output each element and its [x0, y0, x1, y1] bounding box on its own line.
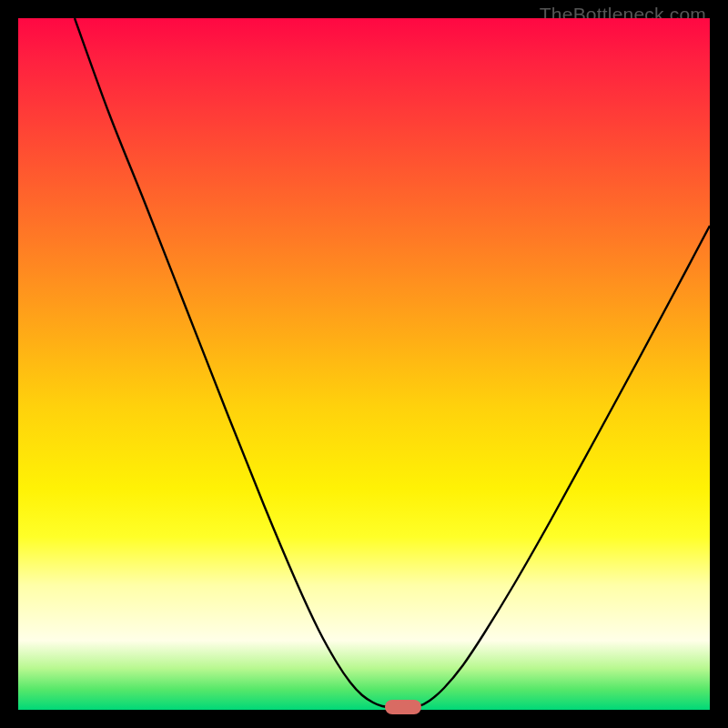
curve-svg	[18, 18, 710, 710]
minimum-marker	[385, 700, 421, 714]
bottleneck-curve	[75, 18, 710, 707]
chart-container: TheBottleneck.com	[0, 0, 728, 728]
plot-area	[18, 18, 710, 710]
